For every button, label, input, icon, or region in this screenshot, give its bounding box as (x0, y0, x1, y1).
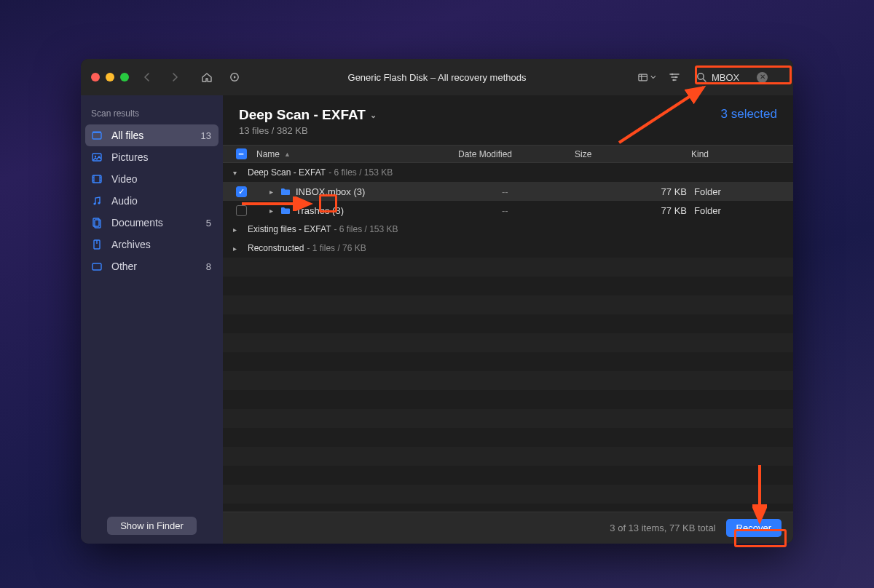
sidebar-item-label: Other (111, 261, 137, 272)
sidebar-item-audio[interactable]: Audio (81, 190, 223, 212)
file-row[interactable]: ✓ ▸ INBOX.mbox (3) -- 77 KB Folder (223, 182, 793, 201)
main-header: Deep Scan - EXFAT ⌄ 13 files / 382 KB 3 … (223, 95, 793, 145)
chevron-down-icon: ⌄ (370, 111, 377, 120)
svg-point-2 (672, 74, 674, 76)
recover-button[interactable]: Recover (726, 519, 782, 537)
disclosure-triangle-icon[interactable]: ▸ (269, 188, 280, 196)
scan-title[interactable]: Deep Scan - EXFAT ⌄ (239, 107, 377, 123)
sidebar-item-label: Pictures (111, 151, 149, 163)
window-controls (91, 73, 129, 82)
file-list: ▾ Deep Scan - EXFAT - 6 files / 153 KB ✓… (223, 163, 793, 512)
group-existing-files[interactable]: ▸ Existing files - EXFAT - 6 files / 153… (223, 220, 793, 239)
sidebar-item-pictures[interactable]: Pictures (81, 146, 223, 168)
search-input[interactable] (712, 72, 752, 83)
sidebar-item-badge: 8 (206, 261, 213, 272)
sidebar-item-all-files[interactable]: All files 13 (85, 124, 219, 146)
sort-ascending-icon: ▲ (284, 151, 291, 158)
main-panel: Deep Scan - EXFAT ⌄ 13 files / 382 KB 3 … (223, 95, 793, 544)
view-options-button[interactable] (637, 68, 656, 87)
svg-point-9 (95, 156, 96, 157)
sidebar-item-label: Archives (111, 239, 151, 250)
file-name: INBOX.mbox (3) (296, 186, 502, 197)
sidebar-item-video[interactable]: Video (81, 168, 223, 190)
home-button[interactable] (197, 68, 216, 87)
svg-rect-1 (639, 74, 647, 81)
file-checkbox[interactable] (236, 205, 247, 216)
group-reconstructed[interactable]: ▸ Reconstructed - 1 files / 76 KB (223, 239, 793, 258)
file-name: Trashes (3) (296, 205, 502, 216)
svg-rect-7 (92, 132, 101, 133)
file-kind: Folder (691, 205, 786, 216)
nav-forward-button[interactable] (165, 68, 184, 87)
column-size[interactable]: Size (575, 149, 691, 159)
search-box[interactable]: ✕ (693, 68, 783, 86)
disclosure-triangle-icon[interactable]: ▸ (233, 245, 243, 253)
folder-icon (280, 186, 296, 197)
sidebar-item-label: Audio (111, 195, 138, 207)
file-size: 77 KB (618, 205, 691, 216)
sidebar-item-documents[interactable]: Documents 5 (81, 212, 223, 234)
sidebar-item-label: Video (111, 173, 138, 185)
disclosure-triangle-icon[interactable]: ▸ (269, 207, 280, 215)
show-in-finder-button[interactable]: Show in Finder (107, 517, 197, 535)
svg-rect-6 (92, 132, 101, 139)
sidebar-header: Scan results (81, 95, 223, 124)
maximize-window-button[interactable] (120, 73, 129, 82)
pictures-icon (91, 151, 104, 163)
svg-point-11 (93, 202, 95, 204)
archives-icon (91, 239, 104, 250)
footer: 3 of 13 items, 77 KB total Recover (223, 512, 793, 544)
documents-icon (91, 217, 104, 229)
sidebar: Scan results All files 13 Pictures Video… (81, 95, 223, 544)
sidebar-item-label: Documents (111, 217, 163, 229)
scan-title-text: Deep Scan - EXFAT (239, 107, 366, 123)
scan-subtitle: 13 files / 382 KB (239, 125, 377, 136)
group-deep-scan[interactable]: ▾ Deep Scan - EXFAT - 6 files / 153 KB (223, 163, 793, 182)
file-row[interactable]: ▸ Trashes (3) -- 77 KB Folder (223, 201, 793, 220)
sidebar-item-badge: 5 (206, 218, 213, 229)
sidebar-item-badge: 13 (201, 130, 213, 141)
all-files-icon (91, 130, 104, 141)
svg-rect-16 (92, 263, 101, 270)
nav-back-button[interactable] (138, 68, 157, 87)
file-date: -- (502, 205, 618, 216)
svg-point-5 (698, 74, 704, 79)
file-date: -- (502, 186, 618, 197)
minimize-window-button[interactable] (106, 73, 114, 82)
file-size: 77 KB (618, 186, 691, 197)
select-all-checkbox[interactable]: − (236, 148, 247, 159)
column-date-modified[interactable]: Date Modified (458, 149, 575, 159)
file-kind: Folder (691, 186, 786, 197)
search-icon (696, 71, 707, 83)
app-window: Generic Flash Disk – All recovery method… (81, 59, 793, 544)
empty-rows (223, 258, 793, 512)
column-kind[interactable]: Kind (691, 149, 786, 159)
column-header: − Name▲ Date Modified Size Kind (223, 145, 793, 163)
refresh-scan-button[interactable] (225, 68, 244, 87)
svg-point-4 (673, 79, 675, 82)
file-checkbox[interactable]: ✓ (236, 186, 247, 197)
titlebar: Generic Flash Disk – All recovery method… (81, 59, 793, 95)
sidebar-item-other[interactable]: Other 8 (81, 255, 223, 277)
selected-count: 3 selected (721, 107, 778, 122)
video-icon (91, 173, 104, 185)
folder-icon (280, 204, 296, 216)
sidebar-item-archives[interactable]: Archives (81, 234, 223, 255)
svg-point-3 (675, 76, 677, 79)
filter-settings-button[interactable] (665, 68, 684, 87)
clear-search-button[interactable]: ✕ (757, 72, 768, 83)
disclosure-triangle-icon[interactable]: ▾ (233, 169, 243, 177)
audio-icon (91, 195, 104, 207)
close-window-button[interactable] (91, 73, 100, 82)
other-icon (91, 261, 104, 272)
footer-info: 3 of 13 items, 77 KB total (610, 523, 715, 533)
svg-point-12 (98, 202, 100, 204)
sidebar-item-label: All files (111, 130, 143, 141)
column-name[interactable]: Name▲ (252, 149, 458, 159)
disclosure-triangle-icon[interactable]: ▸ (233, 226, 243, 234)
